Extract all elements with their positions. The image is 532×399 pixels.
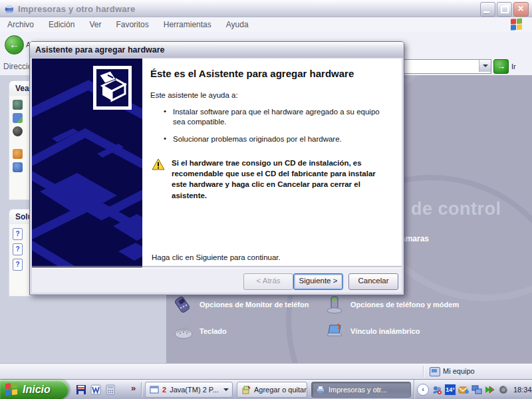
phone-modem-icon <box>325 295 344 315</box>
back-button[interactable]: ← <box>5 35 24 55</box>
minimize-button[interactable] <box>480 2 495 17</box>
keyboard-icon <box>174 321 194 341</box>
start-label: Inicio <box>23 384 51 396</box>
restore-icon <box>501 6 509 13</box>
address-dropdown-button[interactable] <box>479 60 491 72</box>
menu-herramientas[interactable]: Herramientas <box>156 20 219 29</box>
printer-hand-icon <box>316 385 325 394</box>
add-hardware-icon <box>93 66 132 110</box>
wizard-warning: Si el hardware trae consigo un CD de ins… <box>152 158 393 200</box>
my-computer-icon <box>430 367 440 376</box>
content-item-opciones-monitor[interactable]: Opciones de Monitor de teléfon <box>174 295 309 315</box>
dialog-titlebar[interactable]: Asistente para agregar hardware <box>30 42 404 58</box>
wizard-bullet-1: • Instalar software para que el hardware… <box>164 107 393 128</box>
dialog-footer: < Atrás Siguiente > Cancelar <box>32 269 402 293</box>
chevron-down-icon <box>223 388 229 394</box>
window-icon <box>150 385 159 394</box>
network-icon[interactable] <box>471 384 482 395</box>
menu-bar: Archivo Edición Ver Favoritos Herramient… <box>0 17 532 33</box>
content-item-label[interactable]: Vínculo inalámbrico <box>350 327 420 335</box>
taskbar-button-label: Agregar o quitar... <box>254 386 307 394</box>
weather-temp-icon[interactable]: 14° <box>445 384 456 395</box>
window-titlebar[interactable]: Impresoras y otro hardware ✕ <box>0 0 532 17</box>
sound-icon[interactable] <box>13 126 23 136</box>
bullet-icon: • <box>164 134 173 145</box>
statusbar-zone: Mi equipo <box>443 367 475 375</box>
add-hardware-wizard-dialog: Asistente para agregar hardware <box>29 41 404 295</box>
menu-favoritos[interactable]: Favoritos <box>108 20 156 29</box>
menu-archivo[interactable]: Archivo <box>0 20 41 29</box>
users-icon[interactable] <box>13 149 23 159</box>
status-bar: Mi equipo <box>0 363 532 380</box>
minimize-icon <box>483 11 489 13</box>
phone-options-icon <box>174 295 194 315</box>
taskbar-clock[interactable]: 18:34 <box>513 386 532 394</box>
cancel-button[interactable]: Cancelar <box>348 273 398 290</box>
wizard-hint: Haga clic en Siguiente para continuar. <box>152 253 281 261</box>
help-doc-icon[interactable]: ? <box>13 228 23 240</box>
sync-arrows-icon[interactable] <box>485 384 495 395</box>
go-label[interactable]: Ir <box>511 63 516 70</box>
accessibility-icon[interactable] <box>13 162 23 172</box>
content-item-teclado[interactable]: Teclado <box>174 321 227 341</box>
next-button[interactable]: Siguiente > <box>293 273 343 290</box>
panel-de-control-watermark: l de control <box>400 199 501 219</box>
quicklaunch-word-icon[interactable] <box>90 384 101 395</box>
windows-update-icon[interactable] <box>13 100 23 110</box>
menu-ver[interactable]: Ver <box>82 20 108 29</box>
system-tray: ‹ 14° <box>414 380 532 399</box>
help-doc-icon[interactable]: ? <box>13 259 23 271</box>
content-item-telefono-modem[interactable]: Opciones de teléfono y módem <box>325 295 459 315</box>
taskbar-button-java[interactable]: 2 Java(TM) 2 P... <box>145 382 233 398</box>
content-item-label[interactable]: Opciones de Monitor de teléfon <box>200 301 309 309</box>
window-title: Impresoras y otro hardware <box>18 4 135 14</box>
windows-logo-icon <box>511 18 523 31</box>
wizard-watermark <box>32 59 142 267</box>
content-item-vinculo[interactable]: Vínculo inalámbrico <box>325 321 420 341</box>
taskbar-button-agregar[interactable]: Agregar o quitar... <box>237 382 307 398</box>
menu-edicion[interactable]: Edición <box>41 20 82 29</box>
add-remove-programs-icon <box>241 385 251 394</box>
group-count-badge: 2 <box>162 386 166 394</box>
start-button[interactable]: Inicio <box>0 380 68 399</box>
spinner-icon[interactable] <box>498 384 509 395</box>
wizard-intro: Este asistente le ayuda a: <box>150 91 393 99</box>
tray-collapse-chevron-icon[interactable]: ‹ <box>417 384 429 396</box>
taskbar-divider <box>141 382 142 397</box>
messenger-icon[interactable] <box>432 384 442 395</box>
restore-button[interactable] <box>497 2 512 17</box>
taskbar: Inicio » 2 Java(TM) 2 P... <box>0 379 532 399</box>
go-button[interactable]: → <box>493 59 509 74</box>
taskbar-button-impresoras[interactable]: Impresoras y otr... <box>311 382 411 398</box>
desktop: Impresoras y otro hardware ✕ Archivo Edi… <box>0 0 532 399</box>
content-item-label[interactable]: Teclado <box>200 327 227 335</box>
back-wizard-button[interactable]: < Atrás <box>243 273 293 290</box>
wizard-bullet-2: • Solucionar problemas originados por el… <box>164 134 393 145</box>
close-button[interactable]: ✕ <box>513 2 529 17</box>
wizard-heading: Éste es el Asistente para agregar hardwa… <box>150 68 356 80</box>
menu-ayuda[interactable]: Ayuda <box>219 20 256 29</box>
quicklaunch-floppy-icon[interactable] <box>76 384 86 395</box>
help-doc-icon[interactable]: ? <box>13 243 23 255</box>
close-icon: ✕ <box>517 5 525 13</box>
quicklaunch-overflow-chevron[interactable]: » <box>131 383 136 393</box>
warning-icon <box>152 158 165 170</box>
content-item-clipped[interactable]: ámaras <box>401 234 429 243</box>
content-item-label[interactable]: Opciones de teléfono y módem <box>350 301 459 309</box>
statusbar-divider <box>423 366 424 378</box>
laptop-icon <box>325 321 344 341</box>
quicklaunch-calculator-icon[interactable] <box>105 384 116 395</box>
taskbar-button-label: Java(TM) 2 P... <box>170 386 219 394</box>
printer-hand-icon <box>4 3 15 14</box>
bullet-icon: • <box>164 107 173 128</box>
mail-icon[interactable] <box>458 384 469 395</box>
monitor-update-icon[interactable] <box>13 113 23 123</box>
windows-flag-icon <box>5 382 19 397</box>
taskbar-button-label: Impresoras y otr... <box>329 386 387 394</box>
